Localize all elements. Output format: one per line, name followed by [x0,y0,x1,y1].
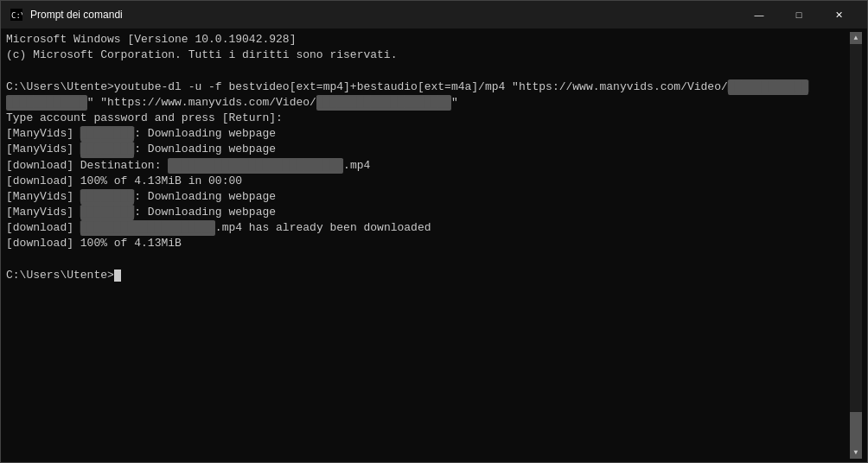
console-line: C:\Users\Utente>youtube-dl -u -f bestvid… [6,79,850,95]
maximize-button[interactable]: □ [779,1,819,29]
redacted-text: ████████████ [728,79,809,95]
console-line: [ManyVids] ████████: Downloading webpage [6,126,850,142]
console-line: [ManyVids] ████████: Downloading webpage [6,142,850,157]
minimize-button[interactable]: — [739,1,779,29]
scroll-up-button[interactable]: ▲ [850,32,862,44]
console-line: Type account password and press [Return]… [6,111,850,126]
scroll-down-button[interactable]: ▼ [850,447,862,459]
console-line: ████████████" "https://www.manyvids.com/… [6,95,850,111]
cmd-window: C:\ Prompt dei comandi — □ ✕ Microsoft W… [0,0,868,463]
console-line [6,252,850,268]
redacted-text: ████████████████████ [80,220,215,236]
svg-text:C:\: C:\ [11,11,22,20]
console-line: [download] 100% of 4.13MiB [6,236,850,251]
redacted-text: ████████ [80,126,134,142]
console-line: [ManyVids] ████████: Downloading webpage [6,189,850,205]
console-line: Microsoft Windows [Versione 10.0.19042.9… [6,32,850,48]
scrollbar-thumb[interactable] [850,412,862,447]
console-line [6,63,850,79]
console-line: [ManyVids] ████████: Downloading webpage [6,205,850,220]
redacted-text: ████████ [80,189,134,205]
redacted-text: ██████████████████████████ [168,158,343,174]
window-title: Prompt dei comandi [30,9,739,21]
console-prompt-line: C:\Users\Utente> [6,268,850,283]
close-button[interactable]: ✕ [819,1,858,29]
console-content: Microsoft Windows [Versione 10.0.19042.9… [6,32,850,459]
console-line: [download] ████████████████████.mp4 has … [6,220,850,236]
console-body: Microsoft Windows [Versione 10.0.19042.9… [1,29,867,462]
scrollbar-track [850,44,862,447]
redacted-text: ████████ [80,142,134,157]
redacted-text: ████████████ [6,95,87,111]
console-line: [download] 100% of 4.13MiB in 00:00 [6,174,850,189]
redacted-text: ████████████████████ [316,95,451,111]
redacted-text: ████████ [80,205,134,220]
title-bar: C:\ Prompt dei comandi — □ ✕ [1,1,867,29]
scrollbar[interactable]: ▲ ▼ [850,32,862,459]
console-line: (c) Microsoft Corporation. Tutti i dirit… [6,48,850,63]
window-controls: — □ ✕ [739,1,858,29]
console-line: [download] Destination: ████████████████… [6,158,850,174]
cursor [114,270,121,282]
cmd-icon: C:\ [10,8,23,22]
